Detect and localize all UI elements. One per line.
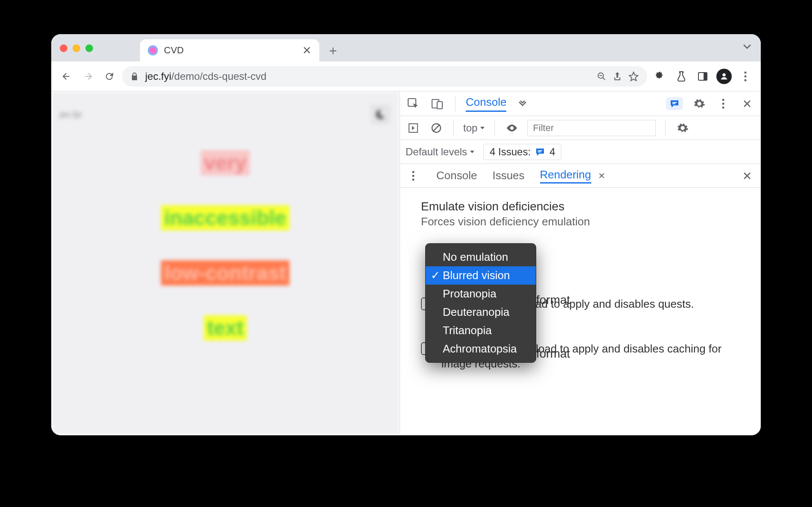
partial-title: format	[536, 347, 570, 361]
svg-point-23	[412, 175, 415, 177]
devtools-tab-console[interactable]: Console	[466, 96, 506, 112]
svg-point-8	[745, 79, 747, 81]
dropdown-option[interactable]: Deuteranopia	[426, 303, 536, 321]
issues-counter[interactable]: 4 Issues: 4	[483, 144, 561, 160]
theme-toggle-button[interactable]	[370, 104, 391, 125]
dropdown-option-selected[interactable]: Blurred vision	[426, 266, 536, 285]
clear-console-icon[interactable]	[429, 120, 444, 136]
dropdown-option[interactable]: Tritanopia	[426, 321, 536, 340]
browser-tab[interactable]: CVD ✕	[140, 39, 319, 61]
svg-point-15	[722, 102, 724, 105]
demo-word: text	[204, 315, 247, 341]
close-devtools-icon[interactable]	[739, 96, 755, 111]
svg-point-22	[412, 171, 415, 173]
drawer-menu-icon[interactable]	[406, 168, 421, 184]
filter-input[interactable]	[527, 120, 656, 136]
tab-title: CVD	[164, 45, 296, 56]
devtools-main-toolbar: Console	[400, 91, 761, 116]
console-settings-icon[interactable]	[675, 120, 690, 136]
partial-title: format	[536, 293, 570, 307]
demo-text-column: very inaccessible low-contrast text	[60, 150, 391, 341]
page-header: jec.fyi	[60, 104, 391, 125]
svg-rect-11	[437, 102, 442, 109]
forward-button[interactable]	[79, 68, 96, 85]
context-selector[interactable]: top	[463, 122, 485, 134]
devtools-menu-icon[interactable]	[716, 96, 731, 111]
device-toolbar-icon[interactable]	[429, 96, 445, 111]
maximize-window-button[interactable]	[85, 44, 93, 52]
url-text: jec.fyi/demo/cds-quest-cvd	[145, 70, 590, 82]
browser-window: CVD ✕ ＋ jec.fyi/demo/cds-quest-cvd	[51, 34, 761, 435]
browser-menu-icon[interactable]	[737, 68, 754, 85]
more-tabs-icon[interactable]	[515, 96, 530, 111]
svg-line-1	[603, 77, 605, 80]
profile-avatar[interactable]	[716, 68, 733, 85]
devtools-panel: Console	[399, 91, 761, 435]
console-toolbar: top	[400, 116, 761, 140]
section-title: Emulate vision deficiencies	[421, 200, 739, 213]
svg-point-7	[745, 75, 747, 77]
demo-word: very	[201, 150, 250, 175]
svg-point-24	[412, 178, 415, 181]
svg-rect-13	[672, 103, 675, 104]
minimize-window-button[interactable]	[73, 44, 80, 52]
sidepanel-icon[interactable]	[694, 68, 711, 85]
svg-line-19	[433, 125, 440, 131]
labs-icon[interactable]	[673, 68, 690, 85]
toggle-sidebar-icon[interactable]	[406, 120, 421, 136]
share-icon[interactable]	[613, 72, 622, 81]
dropdown-option[interactable]: Achromatopsia	[426, 340, 536, 358]
log-levels-selector[interactable]: Default levels	[406, 146, 475, 158]
back-button[interactable]	[58, 68, 75, 85]
svg-rect-12	[672, 102, 677, 103]
inspect-element-icon[interactable]	[406, 96, 421, 111]
messages-badge[interactable]	[666, 97, 683, 110]
settings-icon[interactable]	[692, 96, 707, 111]
demo-word: low-contrast	[161, 260, 289, 286]
tab-strip: CVD ✕ ＋	[51, 34, 761, 61]
lock-icon	[131, 72, 138, 81]
dropdown-option[interactable]: No emulation	[426, 248, 536, 266]
vision-deficiency-dropdown[interactable]: No emulation Blurred vision Protanopia D…	[425, 243, 536, 363]
toolbar: jec.fyi/demo/cds-quest-cvd	[51, 61, 761, 91]
address-bar[interactable]: jec.fyi/demo/cds-quest-cvd	[122, 66, 647, 87]
svg-point-5	[722, 73, 725, 76]
site-label: jec.fyi	[60, 110, 82, 119]
section-subtitle: Forces vision deficiency emulation	[421, 215, 739, 228]
drawer-tab-issues[interactable]: Issues	[492, 169, 524, 182]
svg-rect-21	[538, 152, 541, 152]
svg-rect-4	[704, 73, 707, 80]
drawer-tab-console[interactable]: Console	[436, 169, 477, 182]
content-area: jec.fyi very inaccessible low-contrast t…	[51, 91, 761, 435]
bookmark-icon[interactable]	[628, 71, 639, 82]
new-tab-button[interactable]: ＋	[324, 41, 342, 60]
tab-favicon	[148, 45, 158, 55]
drawer-tabs: Console Issues Rendering ✕	[400, 164, 761, 188]
page-viewport: jec.fyi very inaccessible low-contrast t…	[51, 91, 399, 435]
close-rendering-tab[interactable]: ✕	[598, 171, 605, 181]
close-tab-button[interactable]: ✕	[302, 44, 312, 57]
live-expression-icon[interactable]	[504, 120, 520, 136]
tabs-dropdown-button[interactable]	[743, 44, 751, 50]
zoom-out-icon[interactable]	[597, 72, 606, 81]
svg-rect-20	[538, 150, 542, 151]
svg-point-6	[745, 71, 747, 73]
drawer-tab-rendering[interactable]: Rendering	[540, 168, 591, 184]
demo-word: inaccessible	[161, 205, 290, 230]
svg-point-14	[722, 99, 724, 101]
svg-point-16	[722, 106, 724, 108]
console-filter-bar: Default levels 4 Issues: 4	[400, 140, 761, 164]
close-window-button[interactable]	[60, 44, 67, 52]
window-controls	[60, 44, 93, 52]
dropdown-option[interactable]: Protanopia	[426, 285, 536, 303]
close-drawer-icon[interactable]	[739, 168, 755, 184]
extensions-icon[interactable]	[651, 68, 669, 85]
rendering-drawer-body: Emulate vision deficiencies Forces visio…	[400, 188, 761, 435]
issues-icon	[535, 147, 545, 157]
reload-button[interactable]	[101, 68, 118, 85]
